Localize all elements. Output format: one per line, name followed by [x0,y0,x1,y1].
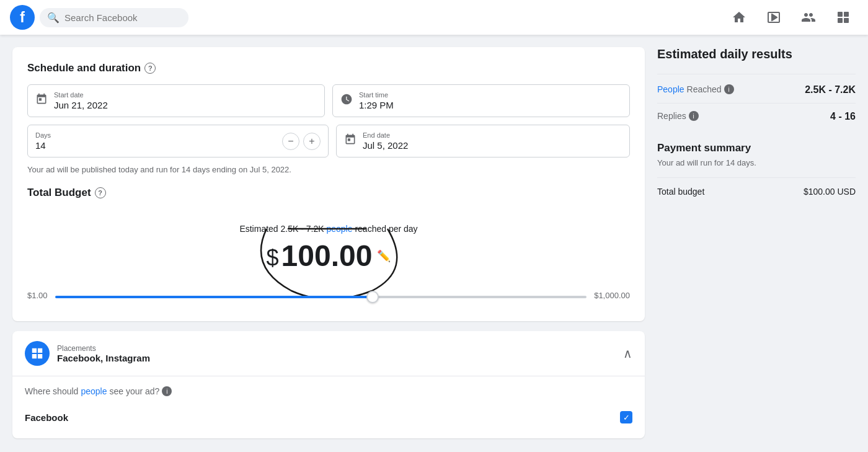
days-label: Days [35,131,277,139]
nav-icons [724,2,858,32]
home-nav-button[interactable] [724,2,754,32]
total-budget-label: Total budget [657,187,704,197]
end-calendar-icon [344,133,356,149]
left-panel: Schedule and duration ? Start date Jun 2… [12,47,645,438]
total-budget-row: Total budget $100.00 USD [657,180,856,203]
payment-title: Payment summary [657,142,856,154]
slider-row: $1.00 $1,000.00 [27,290,630,300]
people-reached-row: People Reached i 2.5K - 7.2K [657,77,856,104]
start-date-label: Start date [54,91,108,99]
menu-nav-button[interactable] [828,2,858,32]
facebook-placement-checkbox[interactable]: ✓ [620,411,632,423]
right-panel: Estimated daily results People Reached i… [657,47,856,438]
facebook-logo: f [10,5,35,30]
search-input[interactable] [64,12,181,23]
svg-rect-1 [844,12,849,17]
start-date-field[interactable]: Start date Jun 21, 2022 [27,84,325,117]
days-decrement-button[interactable]: − [282,133,299,150]
days-value: 14 [35,140,277,151]
start-time-field[interactable]: Start time 1:29 PM [332,84,630,117]
placements-label: Placements [57,344,150,353]
replies-row: Replies i 4 - 16 [657,104,856,130]
people-reached-info-icon[interactable]: i [724,84,734,94]
video-nav-button[interactable] [759,2,789,32]
days-end-row: Days 14 − + End date Jul 5, 2022 [27,125,630,157]
total-budget-value: $100.00 USD [804,187,856,197]
edit-budget-icon[interactable]: ✏️ [377,249,391,263]
days-field: Days 14 − + [27,125,329,157]
days-increment-button[interactable]: + [303,133,321,150]
slider-min-label: $1.00 [27,291,48,300]
people-reached-label: People Reached i [657,84,734,94]
end-date-field[interactable]: End date Jul 5, 2022 [336,125,630,157]
placements-body: Where should people see your ad? i Faceb… [12,376,645,438]
svg-rect-0 [838,12,843,17]
end-date-value: Jul 5, 2022 [363,140,408,151]
facebook-placement-item: Facebook ✓ [25,406,632,428]
topnav: f 🔍 [0,0,868,35]
date-time-row: Start date Jun 21, 2022 Start time 1:29 … [27,84,630,117]
estimated-results-title: Estimated daily results [657,47,856,61]
replies-label: Replies i [657,111,699,121]
slider-container [55,290,587,300]
budget-amount: $ 100.00 ✏️ [267,239,391,273]
budget-help-icon[interactable]: ? [95,187,106,198]
estimated-results-section: Estimated daily results People Reached i… [657,47,856,130]
days-stepper: − + [282,133,321,150]
svg-rect-3 [844,18,849,23]
payment-subtitle: Your ad will run for 14 days. [657,158,856,167]
divider-1 [657,74,856,74]
placements-collapse-button[interactable]: ∧ [623,346,632,361]
budget-title: Total Budget ? [27,187,630,199]
replies-info-icon[interactable]: i [689,111,699,121]
schedule-card: Schedule and duration ? Start date Jun 2… [12,47,645,321]
main-content: Schedule and duration ? Start date Jun 2… [0,35,868,451]
start-time-value: 1:29 PM [359,100,394,110]
calendar-icon [35,93,48,109]
start-date-value: Jun 21, 2022 [54,100,108,110]
start-time-label: Start time [359,91,394,99]
clock-icon [340,93,353,109]
search-icon: 🔍 [47,12,60,24]
end-date-label: End date [363,131,408,139]
divider-2 [657,177,856,178]
slider-max-label: $1,000.00 [594,291,630,300]
replies-value: 4 - 16 [830,111,856,122]
svg-rect-2 [838,18,843,23]
placements-icon [25,341,50,366]
facebook-placement-label: Facebook [25,412,68,423]
placement-question-info-icon[interactable]: i [162,386,172,396]
schedule-title: Schedule and duration ? [27,62,630,74]
schedule-help-icon[interactable]: ? [144,63,156,74]
placements-card: Placements Facebook, Instagram ∧ Where s… [12,331,645,438]
search-bar[interactable]: 🔍 [40,8,188,27]
budget-estimate-text: Estimated 2.5K - 7.2K people reached per… [239,224,417,234]
budget-chart-area: Estimated 2.5K - 7.2K people reached per… [27,211,630,306]
ad-run-note: Your ad will be published today and run … [27,165,630,174]
payment-summary-section: Payment summary Your ad will run for 14 … [657,142,856,203]
placements-value: Facebook, Instagram [57,353,150,363]
people-nav-button[interactable] [794,2,823,32]
budget-slider[interactable] [55,296,587,298]
people-reached-value: 2.5K - 7.2K [805,84,856,95]
placements-header[interactable]: Placements Facebook, Instagram ∧ [12,331,645,376]
placement-question: Where should people see your ad? i [25,386,632,396]
